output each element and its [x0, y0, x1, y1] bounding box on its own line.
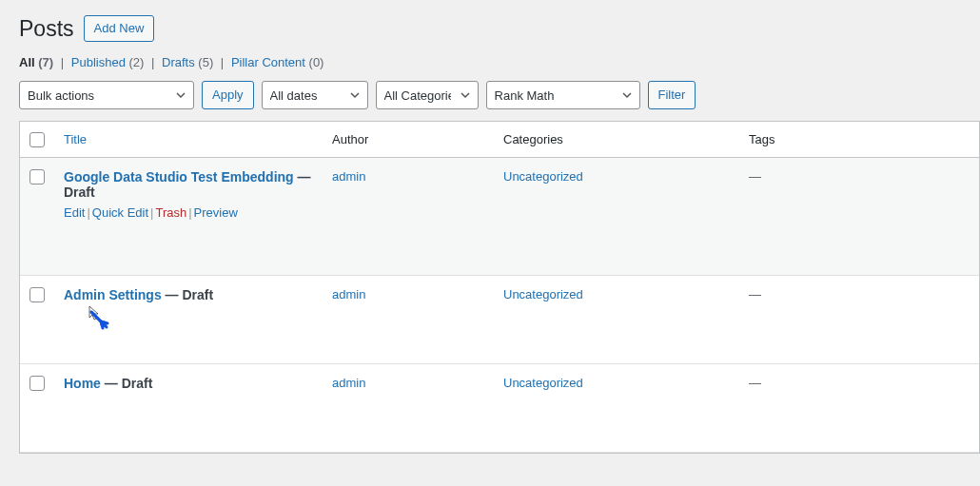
filter-published[interactable]: Published (2): [71, 55, 145, 69]
status-filter-links: All (7) | Published (2) | Drafts (5) | P…: [19, 55, 980, 69]
select-all-checkbox[interactable]: [29, 132, 45, 147]
tags-cell: —: [749, 287, 761, 301]
row-actions: Edit|Quick Edit|Trash|Preview: [64, 205, 313, 220]
rank-math-filter-select[interactable]: Rank Math: [486, 81, 640, 109]
posts-table: Title Author Categories Tags Google Data…: [19, 121, 980, 454]
filter-drafts[interactable]: Drafts (5): [162, 55, 213, 69]
tags-cell: —: [749, 169, 761, 184]
col-header-author: Author: [323, 122, 494, 158]
col-header-categories: Categories: [494, 122, 739, 158]
author-link[interactable]: admin: [332, 376, 365, 390]
author-link[interactable]: admin: [332, 169, 365, 184]
post-status: — Draft: [162, 287, 213, 302]
category-filter-select[interactable]: All Categories: [376, 81, 479, 109]
edit-action[interactable]: Edit: [64, 205, 85, 220]
table-row: Admin Settings — Draft admin Uncategoriz…: [20, 276, 979, 364]
author-link[interactable]: admin: [332, 287, 365, 301]
category-link[interactable]: Uncategorized: [503, 287, 583, 301]
filter-all[interactable]: All (7): [19, 55, 53, 69]
row-checkbox[interactable]: [29, 287, 45, 302]
row-checkbox[interactable]: [29, 376, 45, 391]
category-link[interactable]: Uncategorized: [503, 376, 583, 390]
trash-action[interactable]: Trash: [155, 205, 186, 220]
filter-pillar-content[interactable]: Pillar Content (0): [231, 55, 324, 69]
post-title-link[interactable]: Admin Settings: [64, 287, 162, 302]
preview-action[interactable]: Preview: [194, 205, 238, 220]
tags-cell: —: [749, 376, 761, 390]
date-filter-select[interactable]: All dates: [262, 81, 368, 109]
add-new-button[interactable]: Add New: [84, 15, 155, 42]
quick-edit-action[interactable]: Quick Edit: [92, 205, 148, 220]
bulk-actions-select[interactable]: Bulk actions: [19, 81, 194, 109]
category-link[interactable]: Uncategorized: [503, 169, 583, 184]
page-title: Posts: [19, 16, 74, 42]
filter-button[interactable]: Filter: [648, 81, 696, 109]
row-checkbox[interactable]: [29, 169, 45, 185]
table-row: Google Data Studio Test Embedding — Draf…: [20, 158, 979, 276]
post-status: — Draft: [101, 376, 152, 391]
post-title-link[interactable]: Google Data Studio Test Embedding: [64, 169, 294, 185]
col-header-title[interactable]: Title: [54, 122, 323, 158]
apply-button[interactable]: Apply: [202, 81, 254, 109]
post-title-link[interactable]: Home: [64, 376, 101, 391]
col-header-tags: Tags: [739, 122, 979, 158]
table-row: Home — Draft admin Uncategorized —: [20, 364, 979, 453]
